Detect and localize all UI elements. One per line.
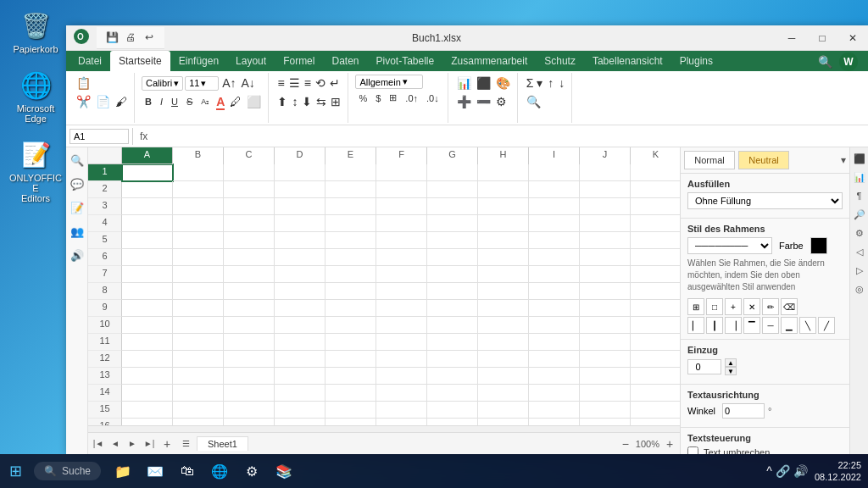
cell-K11[interactable] [631,334,680,351]
fill-select[interactable]: Ohne Füllung [687,192,843,209]
col-header-e[interactable]: E [326,147,376,164]
rsb-graph-icon[interactable]: 📊 [852,169,867,185]
cell-J6[interactable] [580,249,631,266]
cell-H14[interactable] [478,385,529,402]
cell-J11[interactable] [580,334,631,351]
cell-D11[interactable] [275,334,326,351]
cell-F7[interactable] [376,266,427,283]
col-header-a[interactable]: A [122,147,173,164]
taskbar-mail-icon[interactable]: ✉️ [140,456,170,486]
cell-E15[interactable] [326,402,376,419]
cell-A7[interactable] [122,266,173,283]
tab-plugins[interactable]: Plugins [671,51,721,71]
row-number-13[interactable]: 13 [88,368,122,385]
subscript-button[interactable]: A₂ [198,96,213,108]
cell-C12[interactable] [224,351,275,368]
cell-E8[interactable] [326,283,376,300]
sheet-tab-sheet1[interactable]: Sheet1 [197,436,248,451]
cell-E5[interactable] [326,232,376,249]
cell-C1[interactable] [224,164,275,181]
row-number-14[interactable]: 14 [88,385,122,402]
maximize-button[interactable]: □ [807,25,837,51]
close-button[interactable]: ✕ [837,25,868,51]
cell-I5[interactable] [529,232,580,249]
desktop-icon-edge[interactable]: 🌐 MicrosoftEdge [8,68,63,124]
wrap-text-checkbox[interactable] [687,446,698,454]
cell-F4[interactable] [376,215,427,232]
style-neutral-card[interactable]: Neutral [738,151,789,169]
cell-D15[interactable] [275,402,326,419]
sheet-container[interactable]: A B C D E F G H I J K L M [88,147,680,425]
col-header-d[interactable]: D [275,147,326,164]
sheet-nav-next[interactable]: ► [125,437,139,451]
cell-C15[interactable] [224,402,275,419]
strikethrough-button[interactable]: S [183,95,196,108]
row-number-12[interactable]: 12 [88,351,122,368]
cell-E14[interactable] [326,385,376,402]
cell-A12[interactable] [122,351,173,368]
cell-G10[interactable] [427,317,478,334]
cell-K8[interactable] [631,283,680,300]
cell-D10[interactable] [275,317,326,334]
desktop-icon-onlyoffice[interactable]: 📝 ONLYOFFICEEditors [8,137,63,203]
find-sidebar-icon[interactable]: 🔍 [68,151,86,169]
cell-G3[interactable] [427,198,478,215]
tab-formel[interactable]: Formel [275,51,323,71]
cell-G15[interactable] [427,402,478,419]
cell-E1[interactable] [326,164,376,181]
panel-collapse-button[interactable]: ▾ [841,154,846,166]
cell-K5[interactable] [631,232,680,249]
cell-A11[interactable] [122,334,173,351]
cell-I14[interactable] [529,385,580,402]
font-size-dropdown[interactable]: 11 ▾ [185,76,219,91]
rsb-settings-icon[interactable]: ⚙ [852,225,867,241]
cell-I10[interactable] [529,317,580,334]
cell-H15[interactable] [478,402,529,419]
sheet-nav-prev[interactable]: ◄ [108,437,122,451]
cell-A13[interactable] [122,368,173,385]
table-format-button[interactable]: ⬛ [475,75,492,92]
cell-A16[interactable] [122,419,173,425]
find-button[interactable]: 🔍 [525,93,542,110]
wrap-button[interactable]: ↵ [328,75,342,92]
cell-A9[interactable] [122,300,173,317]
bold-button[interactable]: B [142,95,155,108]
cell-K2[interactable] [631,181,680,198]
border-diag1-button[interactable]: ╲ [799,317,816,334]
cell-K10[interactable] [631,317,680,334]
cell-B6[interactable] [173,249,224,266]
cell-K15[interactable] [631,402,680,419]
cell-F11[interactable] [376,334,427,351]
angle-input[interactable] [722,403,765,419]
increase-decimal-button[interactable]: .0↑ [402,92,421,105]
zoom-in-button[interactable]: + [663,437,676,451]
increase-font-button[interactable]: A↑ [220,75,237,92]
cell-C6[interactable] [224,249,275,266]
border-bottom-button[interactable]: ▁ [781,317,798,334]
cell-D9[interactable] [275,300,326,317]
cell-F5[interactable] [376,232,427,249]
cell-F15[interactable] [376,402,427,419]
cell-D2[interactable] [275,181,326,198]
cell-H13[interactable] [478,368,529,385]
align-left-button[interactable]: ≡ [275,75,286,92]
taskbar-chevron-icon[interactable]: ^ [766,464,772,478]
cell-I12[interactable] [529,351,580,368]
number-format-dropdown[interactable]: Allgemein ▾ [355,75,423,89]
cell-B10[interactable] [173,317,224,334]
cell-I13[interactable] [529,368,580,385]
sort-asc-button[interactable]: ↑ [546,75,555,92]
cell-I16[interactable] [529,419,580,425]
cell-D16[interactable] [275,419,326,425]
sheet-nav-last[interactable]: ►| [142,437,156,451]
borders-button[interactable]: ⬜ [245,93,263,110]
paste-button[interactable]: 📋 [75,75,92,92]
cell-A4[interactable] [122,215,173,232]
cell-K1[interactable] [631,164,680,181]
tab-datei[interactable]: Datei [70,51,110,71]
tab-pivot[interactable]: Pivot-Tabelle [368,51,443,71]
taskbar-explorer-icon[interactable]: 📁 [108,456,138,486]
cell-F16[interactable] [376,419,427,425]
cell-D12[interactable] [275,351,326,368]
conditional-format-button[interactable]: 📊 [455,75,473,92]
